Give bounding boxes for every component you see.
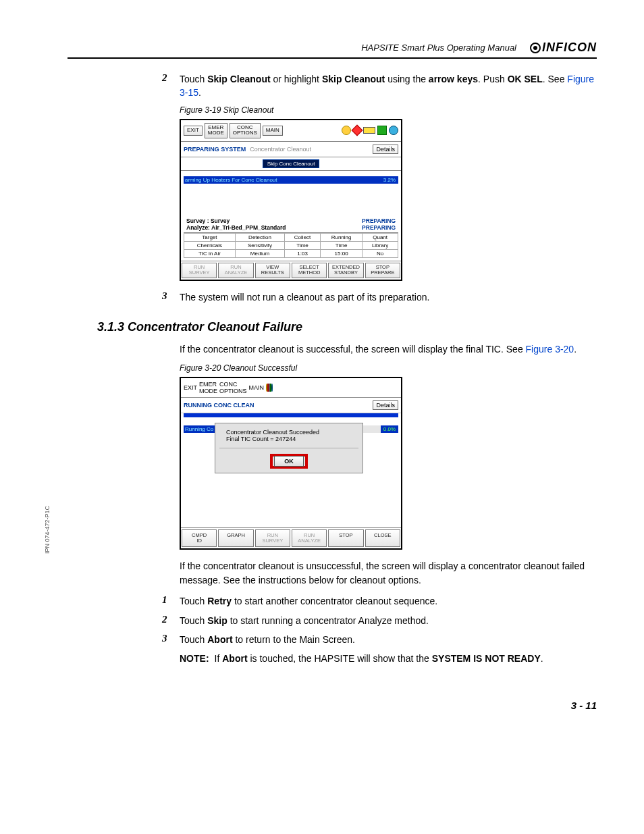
figure-3-19-caption: Figure 3-19 Skip Cleanout — [180, 105, 597, 115]
stop-prepare-button[interactable]: STOPPREPARE — [365, 263, 400, 278]
page-header: HAPSITE Smart Plus Operating Manual INFI… — [68, 41, 597, 59]
progress-value: 0.0% — [381, 425, 398, 433]
step-2-num: 2 — [162, 72, 171, 100]
fig19-toolbar: EXIT EMERMODE CONCOPTIONS MAIN — [181, 120, 401, 142]
step-3-text: The system will not run a cleanout as pa… — [180, 290, 597, 304]
view-results-button[interactable]: VIEWRESULTS — [255, 263, 290, 278]
globe-icon — [389, 126, 398, 135]
figure-3-20-caption: Figure 3-20 Cleanout Successful — [180, 363, 597, 373]
side-ipn-label: IPN 074-472-P1C — [44, 506, 51, 554]
fig20-toolbar: EXIT EMERMODE CONCOPTIONS MAIN — [181, 378, 401, 398]
inficon-logo: INFICON — [530, 41, 597, 55]
link-figure-3-20[interactable]: Figure 3-20 — [526, 344, 574, 355]
survey-status: PREPARING — [362, 217, 396, 224]
analyze-status: PREPARING — [362, 224, 396, 231]
run-analyze-button[interactable]: RUNANALYZE — [218, 263, 253, 278]
params-table: Target Detection Collect Running Quant C… — [184, 233, 398, 258]
fail-step-2: 2 Touch Skip to start running a concentr… — [162, 614, 597, 627]
skip-conc-cleanout-button[interactable]: Skip Conc Cleanout — [263, 159, 320, 168]
fig19-progress-bar: arming Up Heaters For Conc Cleanout 3.2% — [184, 176, 398, 184]
details-button[interactable]: Details — [373, 145, 398, 154]
ok-button[interactable]: OK — [274, 456, 304, 467]
help-icon[interactable] — [342, 126, 351, 135]
para-success: If the concentrator cleanout is successf… — [180, 342, 597, 357]
section-3-1-3-heading: 3.1.3 Concentrator Cleanout Failure — [97, 320, 597, 334]
main-button[interactable]: MAIN — [263, 126, 283, 136]
conc-options-button[interactable]: CONCOPTIONS — [219, 381, 247, 394]
doc-title: HAPSITE Smart Plus Operating Manual — [361, 43, 516, 53]
step-2-text: Touch Skip Cleanout or highlight Skip Cl… — [180, 72, 597, 100]
network-icon — [377, 126, 387, 135]
note-abort: NOTE: If Abort is touched, the HAPSITE w… — [180, 652, 597, 665]
progress-message: Running Co — [184, 425, 219, 433]
note-body: If Abort is touched, the HAPSITE will sh… — [215, 652, 597, 665]
logo-icon — [530, 43, 541, 53]
survey-label: Survey : Survey — [186, 217, 230, 224]
figure-3-20-screenshot: EXIT EMERMODE CONCOPTIONS MAIN RUNNING C… — [180, 377, 402, 550]
progress-message: arming Up Heaters For Conc Cleanout — [184, 176, 381, 184]
analyze-label: Analyze: Air_Tri-Bed_PPM_Standard — [186, 224, 286, 231]
run-analyze-button[interactable]: RUNANALYZE — [292, 529, 327, 548]
emer-mode-button[interactable]: EMERMODE — [205, 123, 227, 139]
preparing-system-label: PREPARING SYSTEM — [184, 146, 246, 153]
step-2: 2 Touch Skip Cleanout or highlight Skip … — [162, 72, 597, 100]
stop-button[interactable]: STOP — [328, 529, 363, 548]
main-button[interactable]: MAIN — [249, 384, 265, 391]
extended-standby-button[interactable]: EXTENDEDSTANDBY — [328, 263, 363, 278]
info-icon[interactable] — [352, 125, 363, 136]
fig20-bottombar: CMPDID GRAPH RUNSURVEY RUNANALYZE STOP C… — [181, 527, 401, 549]
note-label: NOTE: — [180, 652, 209, 665]
fig19-statusbar: PREPARING SYSTEM Concentrator Cleanout D… — [181, 142, 401, 157]
select-method-button[interactable]: SELECTMETHOD — [292, 263, 327, 278]
conc-options-button[interactable]: CONCOPTIONS — [230, 123, 261, 139]
fig20-statusbar: RUNNING CONC CLEAN Details — [181, 398, 401, 413]
para-unsuccessful: If the concentrator cleanout is unsucces… — [180, 559, 597, 588]
battery-icon — [363, 127, 375, 134]
cleanout-success-dialog: Concentrator Cleanout Succeeded Final TI… — [215, 423, 363, 473]
graph-button[interactable]: GRAPH — [218, 529, 253, 548]
globe-icon — [271, 384, 273, 392]
ok-highlight: OK — [270, 454, 308, 469]
fig19-bottombar: RUNSURVEY RUNANALYZE VIEWRESULTS SELECTM… — [181, 261, 401, 280]
progress-value: 3.2% — [381, 176, 398, 184]
page-number: 3 - 11 — [68, 700, 597, 711]
concentrator-cleanout-tag: Concentrator Cleanout — [250, 146, 311, 153]
run-survey-button[interactable]: RUNSURVEY — [255, 529, 290, 548]
dialog-line-1: Concentrator Cleanout Succeeded — [219, 429, 358, 436]
emer-mode-button[interactable]: EMERMODE — [199, 381, 217, 394]
running-conc-clean-label: RUNNING CONC CLEAN — [184, 402, 254, 409]
blue-strip — [184, 413, 398, 417]
fail-step-1: 1 Touch Retry to start another concentra… — [162, 594, 597, 608]
exit-button[interactable]: EXIT — [184, 126, 203, 136]
step-3-num: 3 — [162, 290, 171, 304]
run-survey-button[interactable]: RUNSURVEY — [182, 263, 217, 278]
fail-step-3: 3 Touch Abort to return to the Main Scre… — [162, 633, 597, 646]
figure-3-19-screenshot: EXIT EMERMODE CONCOPTIONS MAIN PREPARING… — [180, 119, 402, 281]
exit-button[interactable]: EXIT — [184, 384, 197, 391]
step-3: 3 The system will not run a cleanout as … — [162, 290, 597, 304]
close-button[interactable]: CLOSE — [365, 529, 400, 548]
dialog-line-2: Final TIC Count = 247244 — [219, 436, 358, 442]
details-button[interactable]: Details — [373, 400, 398, 410]
logo-text: INFICON — [542, 41, 597, 55]
cmpd-id-button[interactable]: CMPDID — [182, 529, 217, 548]
